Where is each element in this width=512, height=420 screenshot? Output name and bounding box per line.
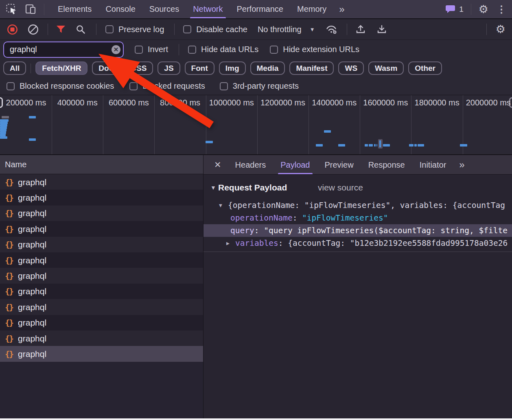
fetch-xhr-icon: {} xyxy=(5,271,13,281)
request-row[interactable]: {}graphql xyxy=(0,299,203,315)
request-row[interactable]: {}graphql xyxy=(0,315,203,331)
waterfall-request-bar[interactable] xyxy=(369,144,373,147)
waterfall-request-bar[interactable] xyxy=(324,130,331,133)
tab-network[interactable]: Network xyxy=(186,0,230,18)
view-source-link[interactable]: view source xyxy=(318,181,363,194)
third-party-requests-checkbox[interactable]: 3rd-party requests xyxy=(220,81,299,91)
device-toolbar-icon[interactable] xyxy=(25,4,37,15)
request-row[interactable]: {}graphql xyxy=(0,252,203,268)
export-har-icon[interactable] xyxy=(376,24,387,35)
inspect-element-icon[interactable] xyxy=(6,4,17,15)
checkbox[interactable] xyxy=(270,46,278,54)
waterfall-request-bar[interactable] xyxy=(206,141,213,143)
tab-performance[interactable]: Performance xyxy=(230,0,291,18)
filter-chip-img[interactable]: Img xyxy=(219,61,246,75)
network-settings-gear-icon[interactable]: ⚙ xyxy=(496,23,505,36)
details-tab-initiator[interactable]: Initiator xyxy=(412,155,454,174)
network-conditions-icon[interactable] xyxy=(326,24,338,35)
waterfall-request-bar[interactable] xyxy=(460,144,467,147)
waterfall-request-bar[interactable] xyxy=(29,138,36,141)
name-column-header[interactable]: Name xyxy=(0,155,203,174)
preserve-log-checkbox[interactable]: Preserve log xyxy=(105,25,164,34)
payload-tree-row[interactable]: query: "query ipFlowTimeseries($accountT… xyxy=(203,224,512,237)
waterfall-request-bar[interactable] xyxy=(365,144,368,147)
filter-chip-all[interactable]: All xyxy=(3,61,26,75)
more-options-icon[interactable]: ⋮ xyxy=(497,4,506,15)
search-icon[interactable] xyxy=(76,24,86,35)
filter-chip-css[interactable]: CSS xyxy=(124,61,153,75)
clear-filter-icon[interactable]: ✕ xyxy=(112,45,120,54)
waterfall-request-bar[interactable] xyxy=(418,144,424,147)
filter-icon[interactable] xyxy=(56,25,66,33)
checkbox[interactable] xyxy=(220,82,228,90)
details-more-tabs-icon[interactable]: » xyxy=(453,159,470,171)
request-row[interactable]: {}graphql xyxy=(0,284,203,300)
request-row[interactable]: {}graphql xyxy=(0,346,203,362)
close-details-icon[interactable]: ✕ xyxy=(212,160,223,170)
collapse-caret-icon[interactable]: ▼ xyxy=(210,184,216,191)
details-tab-payload[interactable]: Payload xyxy=(273,155,317,174)
payload-tree-row[interactable]: operationName: "ipFlowTimeseries" xyxy=(203,212,512,224)
clear-network-log-icon[interactable] xyxy=(28,24,39,35)
waterfall-request-bar[interactable] xyxy=(376,144,377,147)
tab-sources[interactable]: Sources xyxy=(142,0,186,18)
filter-input[interactable] xyxy=(3,42,124,58)
hide-data-urls-checkbox[interactable]: Hide data URLs xyxy=(188,45,258,54)
payload-tree-row[interactable]: ▼{operationName: "ipFlowTimeseries", var… xyxy=(203,199,512,212)
record-network-log-icon[interactable] xyxy=(7,24,18,35)
waterfall-request-bar[interactable] xyxy=(414,144,417,147)
request-row[interactable]: {}graphql xyxy=(0,237,203,253)
filter-chip-media[interactable]: Media xyxy=(250,61,285,75)
request-row[interactable]: {}graphql xyxy=(0,330,203,346)
blocked-requests-checkbox[interactable]: Blocked requests xyxy=(129,81,205,91)
filter-chip-doc[interactable]: Doc xyxy=(92,61,120,75)
divider xyxy=(96,24,96,35)
waterfall-request-bar[interactable] xyxy=(29,116,36,118)
filter-chip-other[interactable]: Other xyxy=(408,61,442,75)
tab-console[interactable]: Console xyxy=(98,0,142,18)
filter-chip-fetch-xhr[interactable]: Fetch/XHR xyxy=(35,61,88,75)
filter-chip-manifest[interactable]: Manifest xyxy=(289,61,334,75)
request-row[interactable]: {}graphql xyxy=(0,206,203,221)
waterfall-request-bar[interactable] xyxy=(338,144,345,147)
tab-memory[interactable]: Memory xyxy=(290,0,333,18)
details-tab-preview[interactable]: Preview xyxy=(317,155,361,174)
payload-tree-row[interactable]: ▶variables: {accountTag: "b12e3b2192ee55… xyxy=(203,237,512,249)
expanded-caret-icon[interactable]: ▼ xyxy=(219,199,222,212)
details-tab-headers[interactable]: Headers xyxy=(228,155,274,174)
waterfall-request-bar[interactable] xyxy=(383,144,390,147)
filter-chip-ws[interactable]: WS xyxy=(338,61,364,75)
request-row[interactable]: {}graphql xyxy=(0,190,203,206)
settings-gear-icon[interactable]: ⚙ xyxy=(479,3,488,16)
checkbox[interactable] xyxy=(7,82,15,90)
checkbox[interactable] xyxy=(135,46,143,54)
request-row[interactable]: {}graphql xyxy=(0,268,203,284)
filter-chip-js[interactable]: JS xyxy=(158,61,180,75)
filter-chip-font[interactable]: Font xyxy=(185,61,214,75)
waterfall-request-bar[interactable] xyxy=(374,144,376,147)
invert-checkbox[interactable]: Invert xyxy=(135,45,168,54)
blocked-response-cookies-checkbox[interactable]: Blocked response cookies xyxy=(7,81,114,91)
request-row[interactable]: {}graphql xyxy=(0,221,203,237)
checkbox[interactable] xyxy=(183,25,191,33)
disable-cache-checkbox[interactable]: Disable cache xyxy=(183,25,247,34)
checkbox[interactable] xyxy=(188,46,196,54)
checkbox[interactable] xyxy=(129,82,138,90)
issues-button[interactable]: 1 xyxy=(445,5,464,14)
details-tab-response[interactable]: Response xyxy=(361,155,412,174)
network-overview-timeline[interactable]: 200000 ms400000 ms600000 ms800000 ms1000… xyxy=(0,95,512,155)
throttling-dropdown[interactable]: No throttling ▼ xyxy=(258,25,315,34)
request-name: graphql xyxy=(18,177,46,187)
checkbox[interactable] xyxy=(105,25,114,33)
waterfall-request-bar[interactable] xyxy=(316,144,323,147)
request-row[interactable]: {}graphql xyxy=(0,174,203,190)
waterfall-request-bar[interactable] xyxy=(0,136,7,139)
more-tabs-icon[interactable]: » xyxy=(333,4,350,15)
waterfall-request-bar[interactable] xyxy=(409,144,414,147)
tab-elements[interactable]: Elements xyxy=(51,0,98,18)
filter-chip-wasm[interactable]: Wasm xyxy=(368,61,404,75)
hide-extension-urls-checkbox[interactable]: Hide extension URLs xyxy=(270,45,359,54)
import-har-icon[interactable] xyxy=(355,24,366,35)
collapsed-caret-icon[interactable]: ▶ xyxy=(226,237,230,249)
waterfall-selected-marker[interactable] xyxy=(378,139,383,149)
